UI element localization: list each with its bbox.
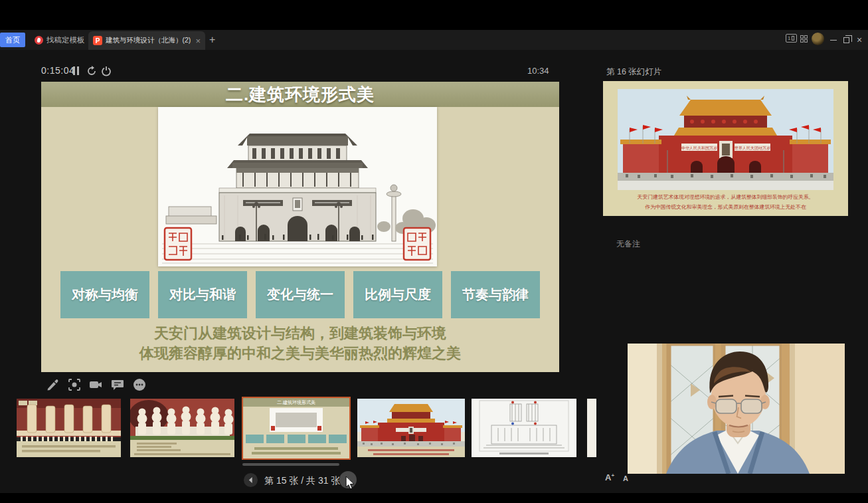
- keyword-rhythm: 节奏与韵律: [451, 271, 540, 318]
- tab-template[interactable]: 找稿定模板: [31, 33, 89, 47]
- next-slide-header: 第 16 张幻灯片: [606, 66, 661, 78]
- restore-icon[interactable]: [843, 37, 849, 43]
- slide-keyword-buttons: 对称与均衡 对比与和谐 变化与统一 比例与尺度 节奏与韵律: [60, 271, 540, 318]
- grid-view-icon[interactable]: [800, 35, 808, 43]
- power-icon[interactable]: [101, 66, 112, 76]
- keyword-contrast: 对比与和谐: [158, 271, 247, 318]
- next-slide-preview[interactable]: 中华人民共和国万岁 世界人民大团结万岁 天安门建筑艺术体现对理想环境的追求，从建…: [603, 81, 848, 216]
- comment-icon[interactable]: [110, 377, 125, 392]
- user-avatar-icon[interactable]: [812, 33, 824, 45]
- keyword-variation: 变化与统一: [256, 271, 345, 318]
- gaoding-icon: [35, 36, 43, 45]
- tab-document-active[interactable]: P 建筑与环境设计（北海）(2).pptx ×: [88, 31, 205, 50]
- close-icon-window[interactable]: ×: [857, 35, 862, 45]
- slide-caption-line1: 天安门从建筑设计与结构，到建筑装饰与环境: [41, 324, 559, 344]
- reset-icon[interactable]: [86, 66, 97, 76]
- presenter-stage: 0:15:04 10:34 二.建筑环境形式美: [0, 50, 868, 493]
- pause-icon[interactable]: [72, 66, 82, 76]
- font-increase-icon[interactable]: A+: [605, 472, 614, 482]
- photo-banner-left: 中华人民共和国万岁: [681, 146, 717, 151]
- font-decrease-icon[interactable]: A: [623, 474, 628, 482]
- slide-thumbnail-13[interactable]: [17, 399, 121, 457]
- mini-slide-title: 二.建筑环境形式美: [243, 398, 349, 407]
- preview-caption-line2: 作为中国传统文化和审美理念，形式美原则在整体建筑环境上无处不在: [613, 203, 838, 211]
- new-tab-icon[interactable]: +: [209, 33, 215, 47]
- slide-title-banner: 二.建筑环境形式美: [41, 82, 559, 107]
- slide-thumbnail-18-partial[interactable]: [587, 399, 596, 457]
- slide-position-text: 第 15 张 / 共 31 张: [264, 475, 340, 487]
- slide-title: 二.建筑环境形式美: [226, 83, 375, 106]
- photo-banner-right: 世界人民大团结万岁: [735, 146, 770, 151]
- minimize-icon[interactable]: [830, 40, 837, 41]
- slide-thumbnail-15-selected[interactable]: 二.建筑环境形式美: [242, 397, 351, 460]
- keyword-proportion: 比例与尺度: [353, 271, 442, 318]
- wall-clock: 10:34: [527, 66, 549, 76]
- tiananmen-engraving-image: [158, 107, 437, 266]
- filmstrip-scrollbar[interactable]: [242, 463, 339, 466]
- browser-tab-bar: 首页 找稿定模板 P 建筑与环境设计（北海）(2).pptx × + 1 ×: [0, 30, 868, 50]
- mini-buttons: [246, 435, 347, 443]
- more-options-icon[interactable]: [132, 377, 147, 392]
- mouse-cursor-icon: [345, 476, 355, 490]
- notes-empty-text: 无备注: [616, 239, 640, 250]
- tab-template-label: 找稿定模板: [46, 35, 85, 45]
- webcam-video: [628, 344, 845, 474]
- slide-thumbnail-14[interactable]: [130, 399, 234, 457]
- engraving-art: [158, 107, 437, 266]
- tab-home[interactable]: 首页: [0, 33, 25, 47]
- page-view-icon[interactable]: 1: [786, 34, 797, 43]
- wps-presentation-icon: P: [93, 36, 102, 45]
- presentation-timer: 0:15:04: [41, 65, 74, 76]
- camera-icon[interactable]: [88, 377, 103, 392]
- pen-icon[interactable]: [45, 377, 60, 392]
- prev-slide-button[interactable]: [244, 473, 258, 487]
- slide-thumbnail-16[interactable]: [357, 399, 465, 457]
- preview-caption-line1: 天安门建筑艺术体现对理想环境的追求，从建筑整体到细部装饰的呼应关系。: [613, 193, 838, 201]
- laser-pointer-icon[interactable]: [67, 377, 82, 392]
- tab-document-label: 建筑与环境设计（北海）(2).pptx: [106, 36, 191, 45]
- keyword-symmetry: 对称与均衡: [60, 271, 149, 318]
- close-icon[interactable]: ×: [195, 37, 201, 45]
- prev-slide-icon: [247, 476, 254, 484]
- slide-canvas[interactable]: 二.建筑环境形式美: [41, 82, 559, 372]
- seal-right: [404, 228, 430, 260]
- mini-engraving: [270, 408, 323, 432]
- webcam-frame: [628, 344, 845, 474]
- slide-thumbnail-17[interactable]: [472, 399, 576, 457]
- slide-caption-line2: 体现雍容醇厚的中和之美与美华丽热烈的辉煌之美: [41, 344, 559, 363]
- next-slide-photo: 中华人民共和国万岁 世界人民大团结万岁: [618, 89, 833, 190]
- seal-left: [165, 228, 191, 260]
